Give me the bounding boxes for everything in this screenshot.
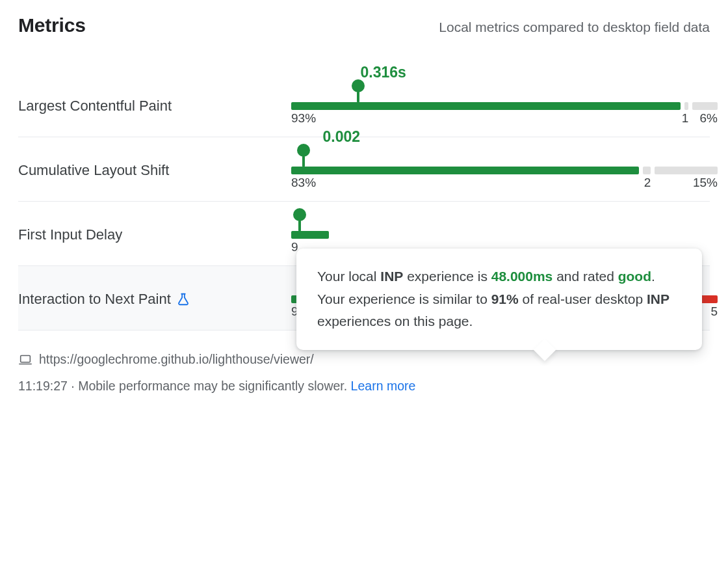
tooltip-rating: good [618,269,651,284]
dist-segment-good: 9 [291,231,329,239]
dist-segment-label: 1 [682,111,689,126]
metrics-header: Metrics Local metrics compared to deskto… [18,14,710,36]
performance-note: Mobile performance may be significantly … [78,379,350,393]
local-value-label: 0.316s [360,64,406,81]
tooltip-value: 48.000ms [491,269,553,284]
dist-segment-label: 2 [644,176,651,190]
local-value-marker [293,208,306,232]
dist-segment-label: 83% [291,176,316,190]
dist-segment-good: 83% [291,167,639,174]
laptop-icon [18,353,32,367]
metric-row[interactable]: Largest Contentful Paint93%16%0.316s [18,73,710,137]
tooltip-text: Your local [317,269,380,284]
dist-segment-good: 93% [291,102,681,110]
flask-icon [176,292,190,306]
page-subtitle: Local metrics compared to desktop field … [439,20,710,35]
dist-segment-na: 6% [692,102,718,110]
svg-rect-0 [21,355,31,362]
dist-segment-label: 15% [693,176,718,190]
local-value-label: 0.002 [322,128,360,146]
tooltip-percent: 91% [491,291,519,306]
metric-distribution: 9 [291,231,710,239]
dist-segment-na: 1 [684,102,688,110]
metric-distribution: 93%16%0.316s [291,102,710,110]
metric-row[interactable]: Cumulative Layout Shift83%215%0.002 [18,137,710,202]
page-title: Metrics [18,14,86,36]
local-value-marker [297,144,310,167]
tooltip-abbr: INP [380,269,403,284]
learn-more-link[interactable]: Learn more [351,379,416,393]
metric-name: Cumulative Layout Shift [18,162,291,179]
dist-segment-label: 93% [291,111,316,126]
page-url: https://googlechrome.github.io/lighthous… [39,347,314,371]
timestamp: 11:19:27 [18,379,68,393]
metric-tooltip: Your local INP experience is 48.000ms an… [296,249,702,350]
dist-segment-label: 6% [700,111,718,126]
dist-segment-label: 5 [710,304,718,319]
local-value-marker [352,79,365,103]
metric-name: First Input Delay [18,226,291,243]
metric-name: Interaction to Next Paint [18,291,291,308]
metric-distribution: 83%215%0.002 [291,167,710,174]
dist-segment-na: 15% [655,167,718,174]
tooltip-abbr: INP [647,291,670,306]
metric-name: Largest Contentful Paint [18,98,291,115]
dist-segment-na: 2 [643,167,651,174]
